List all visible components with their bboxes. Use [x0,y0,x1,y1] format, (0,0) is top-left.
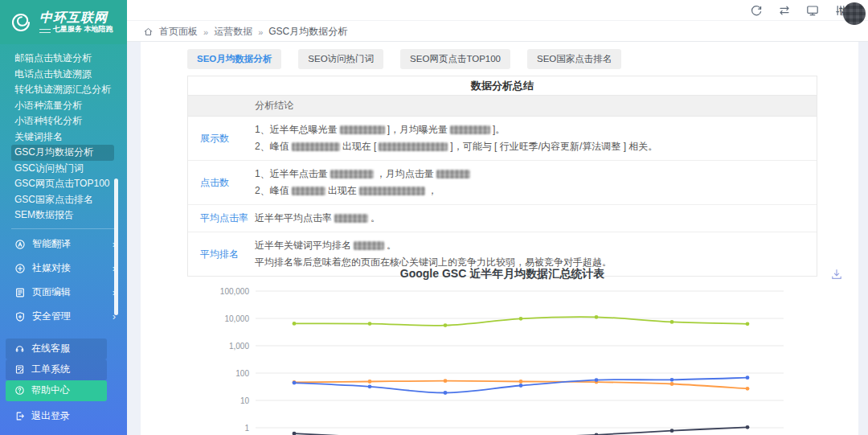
row-label: 平均点击率 [188,205,255,232]
sidebar-footer-item[interactable]: 帮助中心 [6,380,107,401]
worksheet-icon [14,364,25,375]
brand-name: 中环互联网 [39,10,113,25]
data-point [519,380,523,384]
data-point [368,380,372,384]
monitor-icon[interactable] [806,4,819,17]
line-chart: 1101001,00010,000100,000 [185,281,820,435]
menu-divider [11,228,116,229]
row-label: 展示数 [188,117,255,160]
translate-icon [14,239,26,250]
sidebar-group-item[interactable]: 社媒对接› [0,256,127,281]
sidebar-group-label: 安全管理 [32,310,113,323]
redacted-value [292,142,340,151]
conclusion-line: 1、近半年总曝光量]，月均曝光量]。 [255,121,807,138]
sidebar-group-item[interactable]: 智能翻译› [0,232,127,256]
row-content: 1、近半年总曝光量]，月均曝光量]。2、峰值出现在 []，可能与 [ 行业旺季/… [255,117,817,160]
data-point [293,381,297,385]
row-content: 1、近半年点击量，月均点击量2、峰值出现在， [255,161,817,204]
data-point [519,384,523,388]
data-point [293,322,297,326]
headset-icon [14,343,25,354]
sidebar-item[interactable]: 电话点击轨迹溯源 [0,67,127,83]
summary-table: 数据分析总结 分析结论 展示数1、近半年总曝光量]，月均曝光量]。2、峰值出现在… [187,76,817,277]
data-point [595,315,599,319]
download-icon[interactable] [830,268,843,281]
row-label: 点击数 [188,161,255,204]
series-line [294,427,747,435]
home-icon[interactable] [143,27,154,37]
conclusion-line: 1、近半年点击量，月均点击量 [255,166,807,183]
data-point [595,378,599,382]
breadcrumb-item[interactable]: 运营数据 [214,25,252,39]
conclusion-line: 2、峰值出现在 []，可能与 [ 行业旺季/内容更新/算法调整 ] 相关。 [255,138,807,155]
data-point [293,432,297,435]
sidebar-scrollbar-thumb[interactable] [114,179,118,315]
data-point [368,322,372,326]
sidebar-item[interactable]: 小语种流量分析 [0,98,127,114]
connect-icon [14,263,26,274]
tab[interactable]: SEO月均数据分析 [187,49,281,69]
sidebar-item[interactable]: GSC网页点击TOP100 [0,176,127,192]
sidebar-footer-item[interactable]: 在线客服 [6,339,107,359]
sidebar-footer-label: 在线客服 [31,342,70,355]
sidebar-footer-label: 帮助中心 [31,384,70,397]
redacted-value [292,187,326,195]
sidebar-footer-label: 退出登录 [31,409,70,423]
conclusion-line: 2、峰值出现在， [255,183,807,199]
y-axis-tick-label: 1 [244,424,249,433]
tab-bar: SEO月均数据分析SEO访问热门词SEO网页点击TOP100SEO国家点击排名 [187,49,621,69]
sidebar-group-label: 智能翻译 [32,237,113,251]
brand-swirl-icon [8,10,34,35]
sidebar-group-label: 页面编辑 [32,285,113,299]
sidebar-item[interactable]: GSC访问热门词 [0,161,127,177]
redacted-value [330,170,374,179]
y-axis-tick-label: 100,000 [220,287,250,296]
redacted-value [334,214,368,223]
table-row: 点击数1、近半年点击量，月均点击量2、峰值出现在， [188,161,817,205]
page-edit-icon [14,287,26,298]
data-point [746,322,750,326]
swap-arrows-icon[interactable] [778,4,791,17]
redacted-value [359,187,425,195]
sidebar-item[interactable]: 邮箱点击轨迹分析 [0,51,127,67]
sidebar-groups: 智能翻译›社媒对接›页面编辑›安全管理› [0,232,127,329]
logout-icon [14,411,25,421]
data-point [368,384,372,388]
sidebar-item[interactable]: 小语种转化分析 [0,113,127,129]
data-point [444,379,448,383]
y-axis-tick-label: 10,000 [224,314,249,323]
tab[interactable]: SEO国家点击排名 [527,49,621,69]
y-axis-tick-label: 1,000 [229,342,249,351]
data-point [670,378,674,382]
sidebar-item[interactable]: GSC国家点击排名 [0,192,127,208]
table-row: 展示数1、近半年总曝光量]，月均曝光量]。2、峰值出现在 []，可能与 [ 行业… [188,117,817,161]
refresh-icon[interactable] [750,4,763,17]
sidebar-group-item[interactable]: 页面编辑› [0,281,127,305]
summary-table-title: 数据分析总结 [188,76,817,96]
sidebar-footer-item[interactable]: 工单系统 [6,359,107,380]
data-point [519,317,523,321]
sidebar: 中环互联网 七星服务 本地陪跑 邮箱点击轨迹分析电话点击轨迹溯源转化轨迹溯源汇总… [0,0,127,435]
sidebar-menu: 邮箱点击轨迹分析电话点击轨迹溯源转化轨迹溯源汇总分析小语种流量分析小语种转化分析… [0,44,127,224]
sidebar-item[interactable]: GSC月均数据分析 [11,145,114,161]
data-point [444,391,448,395]
breadcrumb: 首页面板»运营数据»GSC月均数据分析 [143,25,347,39]
breadcrumb-item[interactable]: 首页面板 [159,25,198,39]
breadcrumb-separator: » [258,27,263,37]
sidebar-group-label: 社媒对接 [32,261,113,275]
sidebar-item[interactable]: 转化轨迹溯源汇总分析 [0,82,127,98]
sidebar-group-item[interactable]: 安全管理› [0,305,127,329]
sidebar-footer-label: 工单系统 [31,363,70,376]
redacted-value [436,170,470,179]
tab[interactable]: SEO访问热门词 [298,49,383,69]
tab[interactable]: SEO网页点击TOP100 [400,49,510,69]
sidebar-footer-item[interactable]: 退出登录 [6,406,107,427]
data-point [670,382,674,386]
sidebar-item[interactable]: 关键词排名 [0,129,127,146]
breadcrumb-item[interactable]: GSC月均数据分析 [268,25,347,39]
redacted-value [379,142,448,151]
avatar[interactable] [843,2,866,25]
y-axis-tick-label: 100 [235,369,249,378]
sidebar-item[interactable]: SEM数据报告 [0,207,127,224]
row-content: 近半年平均点击率。 [255,205,817,232]
